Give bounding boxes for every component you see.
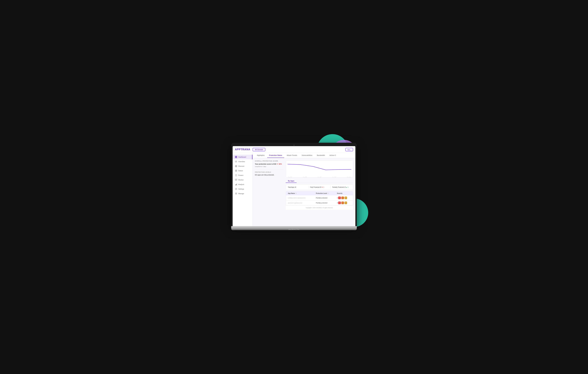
sidebar-label-monitor: Monitor — [238, 179, 244, 181]
sort-filter-icon-2 — [327, 193, 329, 194]
sort-filter-icon — [295, 193, 297, 194]
app-name-1: webApp demo apptrana.live — [288, 197, 316, 199]
laptop-base-bottom: MacBook Pro — [231, 229, 357, 230]
tab-vulnerabilities[interactable]: Vulnerabilities — [300, 153, 315, 158]
sidebar-item-settings[interactable]: Settings — [233, 187, 252, 191]
svg-rect-4 — [236, 156, 237, 157]
svg-rect-20 — [235, 185, 236, 185]
tab-attack-trends[interactable]: Attack Trends — [285, 153, 299, 158]
svg-point-24 — [235, 193, 237, 194]
svg-rect-3 — [235, 156, 236, 157]
tab-protection-status[interactable]: Protection Status — [267, 153, 284, 158]
chart-svg — [288, 162, 351, 176]
fully-protected-change: ▼ 1 — [322, 187, 324, 188]
fully-protected-stat: Fully Protected: 0 ▼ 1 — [310, 187, 329, 188]
severity-count-1: 1 — [337, 197, 338, 199]
table-row[interactable]: api demo apptrana.live Partially protect… — [286, 200, 353, 205]
svg-point-11 — [235, 161, 235, 162]
all-domain-button[interactable]: All Domain — [253, 148, 265, 151]
score-arrow: ▼ — [277, 163, 279, 165]
protection-levels-title: PROTECTION LEVELS — [255, 171, 284, 173]
sidebar-label-detect: Detect — [238, 170, 243, 172]
sidebar-label-settings: Settings — [238, 188, 244, 190]
svg-rect-6 — [236, 157, 237, 158]
sidebar-label-discover: Discover — [238, 165, 244, 167]
chart-date-1: Jun 22 — [303, 177, 307, 177]
detect-icon — [235, 170, 237, 172]
svg-point-12 — [235, 162, 235, 162]
laptop-camera — [294, 144, 294, 146]
sidebar-item-monitor[interactable]: Monitor — [233, 177, 252, 182]
sidebar-item-discover[interactable]: Discover — [233, 164, 252, 168]
manage-icon — [235, 192, 237, 195]
col-header-protection-level: Protection Level — [316, 193, 337, 194]
app-name-2: api demo apptrana.live — [288, 202, 316, 204]
right-panel: Jun 21 Jun 22 Jun 23 Jun 24 Jun 25 — [286, 160, 353, 224]
sidebar-item-protect[interactable]: Protect — [233, 173, 252, 177]
severity-yellow-2: 0 — [345, 202, 347, 204]
severity-count-2: 3 — [337, 202, 338, 204]
svg-rect-22 — [236, 184, 237, 185]
svg-point-25 — [236, 193, 236, 194]
laptop-base — [231, 226, 357, 229]
partially-protected-value: 2 — [345, 187, 346, 188]
tab-bandwidth[interactable]: Bandwidth — [315, 153, 327, 158]
sidebar-label-protect: Protect — [238, 175, 243, 176]
tab-action[interactable]: Action C — [327, 153, 338, 158]
apps-table: App Name — [286, 191, 353, 205]
chart-date-3: Jun 24 — [332, 177, 336, 177]
sidebar-item-analysis[interactable]: Analysis — [233, 182, 252, 187]
partially-protected-stat: Partially Protected: 2 ▲ 1 — [332, 187, 351, 188]
svg-point-18 — [236, 171, 236, 171]
list-icon — [235, 160, 237, 163]
svg-rect-5 — [235, 157, 236, 158]
by-apps-tab[interactable]: By Apps — [286, 179, 297, 183]
header-right-button[interactable]: La... — [345, 148, 353, 151]
fully-protected-label: Fully Protected: — [310, 187, 320, 188]
laptop-frame: APPTRANA All Domain La... — [231, 143, 357, 233]
chart-date-4: Jun 25 — [347, 177, 351, 177]
laptop-bezel: APPTRANA All Domain La... — [231, 143, 357, 226]
stats-row: Total Apps: 2 Fully Protected: 0 ▼ 1 — [286, 184, 353, 190]
main-content: Highlights Protection Status Attack Tren… — [253, 153, 355, 226]
overall-score-title: OVERALL PROTECTION SCORE — [255, 160, 284, 162]
table-header: App Name — [286, 191, 353, 195]
app-logo: APPTRANA — [235, 148, 250, 151]
svg-point-10 — [235, 161, 235, 161]
table-row[interactable]: webApp demo apptrana.live Partially prot… — [286, 195, 353, 200]
total-apps-value: 2 — [295, 187, 296, 188]
sidebar: Dashboard — [233, 153, 253, 226]
severity-orange-2: 3 — [341, 202, 344, 204]
sidebar-label-overview: Overview — [238, 161, 245, 162]
globe-icon — [235, 165, 237, 167]
total-apps-stat: Total Apps: 2 — [288, 187, 306, 188]
stat-divider-1 — [308, 186, 308, 188]
partially-protected-change: ▲ 1 — [346, 187, 348, 188]
settings-icon — [235, 188, 237, 190]
app-container: APPTRANA All Domain La... — [233, 146, 355, 226]
sidebar-item-dashboard[interactable]: Dashboard — [233, 155, 252, 159]
score-percent: 66% — [279, 163, 282, 165]
sidebar-label-dashboard: Dashboard — [238, 156, 246, 158]
severity-cell-2: 3 0 3 0 — [337, 202, 351, 204]
tab-highlights[interactable]: Highlights — [255, 153, 267, 158]
tab-navigation: Highlights Protection Status Attack Tren… — [253, 153, 355, 158]
laptop-label: MacBook Pro — [289, 229, 299, 230]
grid-icon — [235, 156, 237, 158]
content-area: OVERALL PROTECTION SCORE Your protection… — [253, 158, 355, 226]
chart-date-0: Jun 21 — [288, 177, 292, 177]
severity-orange-1: 1 — [341, 197, 344, 199]
sidebar-item-manage[interactable]: Manage — [233, 191, 252, 196]
sidebar-item-overview[interactable]: Overview — [233, 159, 252, 164]
monitor-icon — [235, 179, 237, 181]
app-body: Dashboard — [233, 153, 355, 226]
col-header-app-name: App Name — [288, 193, 316, 194]
stat-divider-2 — [330, 186, 331, 188]
laptop-screen: APPTRANA All Domain La... — [233, 146, 355, 226]
col-header-severity: Severity — [337, 193, 351, 194]
protection-chart: Jun 21 Jun 22 Jun 23 Jun 24 Jun 25 — [286, 160, 353, 177]
partially-protected-label: Partially Protected: — [332, 187, 344, 188]
total-apps-label: Total Apps: — [288, 187, 295, 188]
severity-cell-1: 1 0 1 0 — [337, 197, 351, 199]
sidebar-item-detect[interactable]: Detect — [233, 168, 252, 173]
